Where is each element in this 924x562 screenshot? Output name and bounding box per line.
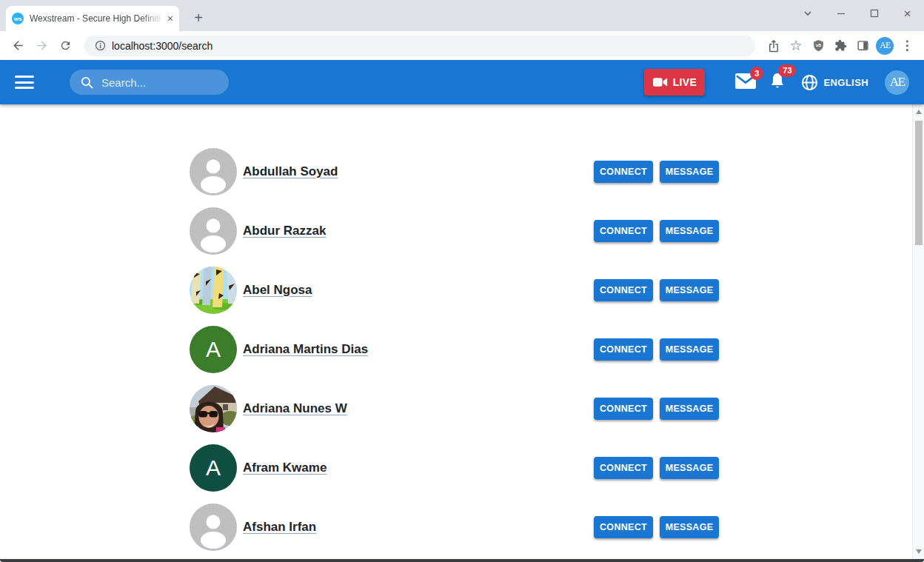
default-person-avatar-icon: [190, 148, 237, 195]
connect-button[interactable]: CONNECT: [594, 279, 653, 301]
message-button[interactable]: MESSAGE: [660, 516, 719, 538]
site-info-icon[interactable]: [95, 40, 106, 51]
message-button[interactable]: MESSAGE: [660, 220, 719, 242]
message-button[interactable]: MESSAGE: [660, 398, 719, 420]
woman-sunglasses-avatar-photo: [190, 385, 237, 432]
minimize-icon[interactable]: [824, 0, 857, 27]
user-avatar[interactable]: [190, 504, 237, 551]
user-name-link[interactable]: Adriana Martins Dias: [243, 342, 368, 357]
address-bar[interactable]: localhost:3000/search: [84, 36, 755, 56]
reload-icon[interactable]: [53, 34, 77, 58]
browser-tab[interactable]: ws Wexstream - Secure High Definiti ×: [6, 6, 179, 31]
scroll-down-arrow[interactable]: [913, 546, 924, 557]
connect-button[interactable]: CONNECT: [594, 457, 653, 479]
app-header: LIVE 3 73 ENGLISH AE: [0, 60, 924, 104]
user-row: Abel Ngosa CONNECT MESSAGE: [190, 261, 719, 320]
user-row: A Afram Kwame CONNECT MESSAGE: [190, 438, 719, 498]
search-input[interactable]: [101, 76, 212, 89]
browser-toolbar: localhost:3000/search ☆ uB AE ⋮: [0, 31, 924, 60]
notification-badge: 73: [778, 64, 796, 77]
url-text: localhost:3000/search: [112, 40, 212, 52]
mail-badge: 3: [750, 67, 763, 80]
avatar-initial: A: [206, 337, 221, 362]
user-row: Abdur Razzak CONNECT MESSAGE: [190, 201, 719, 261]
language-label: ENGLISH: [823, 77, 868, 88]
user-name-link[interactable]: Afshan Irfan: [243, 520, 316, 535]
user-row: Abdullah Soyad CONNECT MESSAGE: [190, 142, 719, 201]
user-avatar[interactable]: A: [190, 444, 237, 492]
user-row: A Adriana Martins Dias CONNECT MESSAGE: [190, 320, 719, 379]
back-icon[interactable]: [6, 34, 30, 58]
messages-button[interactable]: 3: [735, 73, 756, 92]
new-tab-button[interactable]: +: [188, 7, 209, 28]
user-avatar[interactable]: [190, 267, 237, 314]
extensions-puzzle-icon[interactable]: [829, 35, 851, 57]
birch-trees-avatar-image: [190, 267, 237, 314]
user-name-link[interactable]: Afram Kwame: [243, 461, 327, 475]
avatar-initial: A: [206, 455, 221, 481]
user-name-link[interactable]: Abdullah Soyad: [243, 164, 338, 179]
user-avatar[interactable]: A: [190, 326, 237, 373]
browser-profile-avatar[interactable]: AE: [874, 35, 896, 57]
window-bottom-edge: [0, 559, 924, 562]
notifications-button[interactable]: 73: [769, 72, 786, 93]
menu-hamburger-icon[interactable]: [15, 76, 34, 89]
user-row: Afshan Irfan CONNECT MESSAGE: [190, 498, 719, 557]
video-camera-icon: [653, 77, 668, 87]
live-label: LIVE: [673, 76, 697, 88]
tab-title: Wexstream - Secure High Definiti: [30, 13, 164, 24]
language-selector[interactable]: ENGLISH: [801, 74, 868, 91]
browser-menu-icon[interactable]: ⋮: [896, 35, 918, 57]
live-button[interactable]: LIVE: [644, 69, 705, 96]
user-row: Adriana Nunes W CONNECT MESSAGE: [190, 379, 719, 438]
message-button[interactable]: MESSAGE: [660, 457, 719, 479]
tab-close-icon[interactable]: ×: [167, 13, 173, 24]
bookmark-star-icon[interactable]: ☆: [785, 35, 807, 57]
window-controls: ×: [791, 0, 924, 27]
site-favicon: ws: [12, 13, 24, 24]
connect-button[interactable]: CONNECT: [594, 161, 653, 183]
adblock-shield-icon[interactable]: uB: [807, 35, 829, 57]
share-icon[interactable]: [763, 35, 785, 57]
message-button[interactable]: MESSAGE: [660, 338, 719, 361]
tab-search-chevron-icon[interactable]: [791, 0, 824, 27]
connect-button[interactable]: CONNECT: [594, 220, 653, 242]
search-box[interactable]: [70, 70, 229, 95]
scroll-up-arrow[interactable]: [913, 107, 924, 117]
svg-text:uB: uB: [815, 43, 820, 47]
user-list: Abdullah Soyad CONNECT MESSAGE Abdur Raz…: [190, 142, 719, 557]
connect-button[interactable]: CONNECT: [594, 338, 653, 361]
user-name-link[interactable]: Adriana Nunes W: [243, 401, 347, 416]
side-panel-icon[interactable]: [851, 35, 874, 57]
search-icon: [80, 76, 94, 90]
user-avatar[interactable]: [190, 385, 237, 432]
user-name-link[interactable]: Abdur Razzak: [243, 224, 326, 238]
close-window-icon[interactable]: ×: [891, 0, 924, 27]
scrollbar-thumb[interactable]: [915, 121, 923, 245]
user-name-link[interactable]: Abel Ngosa: [243, 283, 312, 298]
search-results: Abdullah Soyad CONNECT MESSAGE Abdur Raz…: [0, 104, 924, 559]
browser-titlebar: ws Wexstream - Secure High Definiti × + …: [0, 0, 924, 31]
default-person-avatar-icon: [190, 504, 237, 551]
default-person-avatar-icon: [190, 207, 237, 255]
maximize-icon[interactable]: [857, 0, 891, 27]
message-button[interactable]: MESSAGE: [660, 161, 719, 183]
user-avatar[interactable]: [190, 207, 237, 255]
connect-button[interactable]: CONNECT: [594, 398, 653, 420]
browser-window: ws Wexstream - Secure High Definiti × + …: [0, 0, 924, 562]
user-avatar[interactable]: [190, 148, 237, 195]
forward-icon[interactable]: [30, 34, 53, 58]
connect-button[interactable]: CONNECT: [594, 516, 653, 538]
user-menu-avatar[interactable]: AE: [885, 70, 909, 95]
message-button[interactable]: MESSAGE: [660, 279, 719, 301]
globe-icon: [801, 74, 818, 91]
scrollbar[interactable]: [912, 104, 924, 559]
